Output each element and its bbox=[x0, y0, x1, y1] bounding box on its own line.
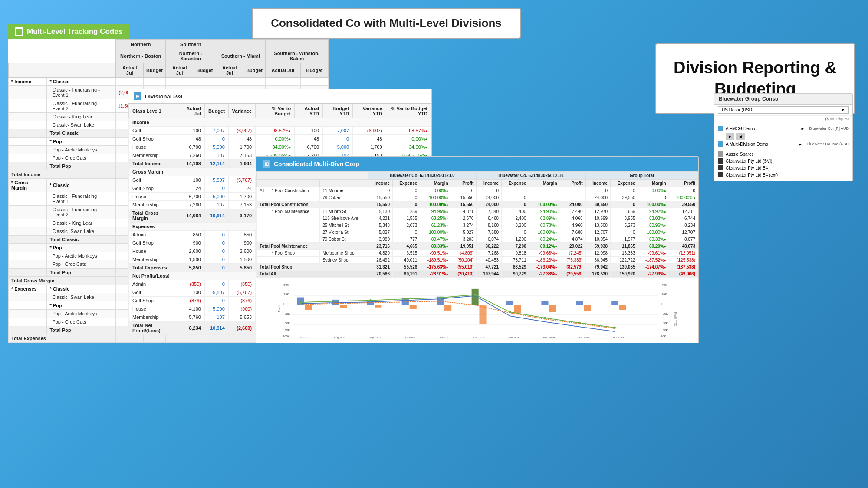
divider bbox=[718, 149, 849, 149]
group-consol-header: Bluewater Group Consol bbox=[714, 94, 852, 105]
svg-point-63 bbox=[614, 327, 616, 329]
svg-text:25K: 25K bbox=[283, 293, 289, 296]
table-row: All * Pool Construction 11 Munroe 00 0.0… bbox=[257, 187, 698, 194]
budget-col2: Budget bbox=[194, 63, 216, 78]
forward-arrow-button[interactable]: ► bbox=[726, 133, 734, 140]
list-item: Clearwater Pty Ltd B4 (ext) bbox=[718, 171, 849, 178]
svg-text:-50K: -50K bbox=[283, 322, 290, 325]
table-row: Golf 1007,007(6,907) -98.57%● 1007,007(6… bbox=[129, 127, 431, 135]
svg-rect-44 bbox=[305, 305, 312, 310]
consolidated-panel-header: ⊞ Consolidated Multi-Divn Corp bbox=[256, 157, 698, 171]
arrow-icon: ► bbox=[801, 126, 805, 131]
company-name: Clearwater Pty Ltd B4 (ext) bbox=[726, 173, 778, 177]
svg-text:Nov 2023: Nov 2023 bbox=[439, 336, 450, 339]
table-row: * Pool Maintenance 11 Munro St 5,130259 … bbox=[257, 208, 698, 215]
dropdown-arrow-icon: ▼ bbox=[841, 108, 845, 112]
bw-07-header: Bluewater Co. 631483025012-07 bbox=[368, 172, 477, 180]
svg-text:50K: 50K bbox=[283, 283, 289, 287]
svg-rect-2 bbox=[17, 32, 21, 33]
list-item: Clearwater Pty Ltd B4 bbox=[718, 164, 849, 171]
company-sub: Bluewater Co. [R] AUD bbox=[809, 126, 849, 131]
southern-ws-header: Southern - Winston-Salem bbox=[266, 49, 329, 63]
svg-point-55 bbox=[334, 300, 336, 302]
actual-jul-col2: Actual Jul bbox=[165, 63, 194, 78]
svg-text:0: 0 bbox=[283, 302, 285, 306]
divisional-pl-title: Divisional P&L bbox=[145, 93, 184, 100]
company-bullet bbox=[718, 165, 723, 170]
arrow-buttons-row[interactable]: ► ◄ bbox=[726, 133, 849, 140]
format-row: ($,##, Php, €) bbox=[714, 116, 852, 122]
actual-jul-col3: Actual Jul bbox=[216, 63, 243, 78]
main-title: Consolidated Co with Multi-Level Divisio… bbox=[266, 16, 507, 30]
table-row: 25 Mitchell St 5,3482,073 61.23%● 3,274 … bbox=[257, 222, 698, 229]
total-pool-shop-row: Total Pool Shop 31,32155,526 -175.63%● (… bbox=[257, 264, 698, 271]
format-label: ($,##, Php, €) bbox=[825, 117, 849, 121]
company-bullet bbox=[718, 126, 723, 131]
svg-text:Mar 2024: Mar 2024 bbox=[578, 336, 590, 339]
svg-point-56 bbox=[369, 299, 372, 301]
svg-text:-20K: -20K bbox=[661, 312, 668, 316]
actual-jul-col: Actual Jul bbox=[116, 63, 144, 78]
svg-rect-53 bbox=[619, 305, 626, 310]
svg-rect-3 bbox=[17, 33, 20, 34]
table-row: 79 Cobar 15,5500 100.00%● 15,550 24,0000… bbox=[257, 194, 698, 201]
svg-text:Profit YTD: Profit YTD bbox=[674, 312, 677, 326]
table-row: * Pool Shop Melbourne Shop 4,8296,515 -9… bbox=[257, 250, 698, 257]
svg-text:Profit: Profit bbox=[278, 305, 281, 312]
svg-text:Apr 2024: Apr 2024 bbox=[613, 336, 625, 339]
list-item: Aussie Spares bbox=[718, 151, 849, 157]
chart-svg: 50K 25K 0 -25K -50K -75K -100K Profit 40… bbox=[262, 281, 693, 339]
company-bullet bbox=[718, 158, 723, 164]
back-arrow-button[interactable]: ◄ bbox=[736, 133, 745, 140]
actual-jul-col4: Actual Jul bbox=[266, 63, 301, 78]
company-name: A FMCG Demo bbox=[726, 126, 755, 131]
svg-rect-1 bbox=[17, 30, 21, 31]
svg-point-54 bbox=[299, 301, 302, 303]
svg-point-59 bbox=[474, 294, 476, 296]
budget-col3: Budget bbox=[243, 63, 266, 78]
svg-point-58 bbox=[439, 297, 441, 299]
company-name: Clearwater Pty Ltd (SVl) bbox=[726, 159, 772, 164]
currency-row[interactable]: US Dollar (USD) ▼ bbox=[714, 105, 852, 116]
northern-boston-header: Northern - Boston bbox=[116, 49, 166, 63]
svg-rect-50 bbox=[514, 305, 521, 313]
svg-text:40K: 40K bbox=[661, 283, 667, 287]
company-sub: Bluewater Co Two (USD bbox=[807, 142, 849, 146]
currency-select[interactable]: US Dollar (USD) ▼ bbox=[718, 106, 849, 114]
svg-text:-75K: -75K bbox=[283, 329, 290, 332]
list-item: A Multi-Division Demo ► Bluewater Co Two… bbox=[718, 141, 849, 147]
list-item: Clearwater Pty Ltd (SVl) bbox=[718, 157, 849, 164]
svg-rect-46 bbox=[375, 305, 381, 307]
total-pool-construction-row: Total Pool Construction 15,5500 100.00%●… bbox=[257, 201, 698, 208]
svg-rect-51 bbox=[549, 305, 556, 312]
group-consol-title: Bluewater Group Consol bbox=[719, 96, 780, 102]
svg-rect-40 bbox=[506, 301, 513, 305]
svg-rect-47 bbox=[410, 305, 417, 309]
svg-rect-49 bbox=[479, 305, 486, 324]
divisional-pl-icon: ⊞ bbox=[134, 92, 141, 100]
company-bullet bbox=[718, 172, 723, 177]
total-pool-maintenance-row: Total Pool Maintenance 23,7164,665 80.33… bbox=[257, 243, 698, 250]
consolidated-icon: ⊞ bbox=[263, 160, 270, 168]
svg-rect-52 bbox=[584, 305, 591, 311]
main-title-box: Consolidated Co with Multi-Level Divisio… bbox=[252, 8, 521, 39]
svg-rect-45 bbox=[340, 305, 347, 308]
consolidated-panel: ⊞ Consolidated Multi-Divn Corp Bluewater… bbox=[256, 156, 699, 343]
svg-text:-60K: -60K bbox=[661, 329, 668, 332]
chart-area: 50K 25K 0 -25K -50K -75K -100K Profit 40… bbox=[256, 278, 698, 343]
svg-rect-42 bbox=[576, 301, 583, 305]
svg-text:-80K: -80K bbox=[660, 335, 666, 338]
company-name: Clearwater Pty Ltd B4 bbox=[726, 166, 768, 170]
table-row: 118 Shellcove Ave 4,2311,555 63.25%● 2,6… bbox=[257, 215, 698, 222]
svg-text:Jul 2023: Jul 2023 bbox=[299, 336, 309, 339]
table-row: 27 Victoria St 5,0270 100.00%● 5,027 7,6… bbox=[257, 229, 698, 236]
southern-miami-header: Southern - Miami bbox=[216, 49, 265, 63]
currency-label: US Dollar (USD) bbox=[722, 108, 753, 112]
northern-header: Northern bbox=[116, 40, 166, 49]
svg-rect-43 bbox=[611, 301, 618, 305]
svg-point-57 bbox=[404, 298, 406, 300]
arrow-icon: ► bbox=[798, 142, 802, 147]
company-bullet bbox=[718, 141, 723, 147]
svg-text:-25K: -25K bbox=[283, 312, 290, 316]
budget-col4: Budget bbox=[300, 63, 328, 78]
